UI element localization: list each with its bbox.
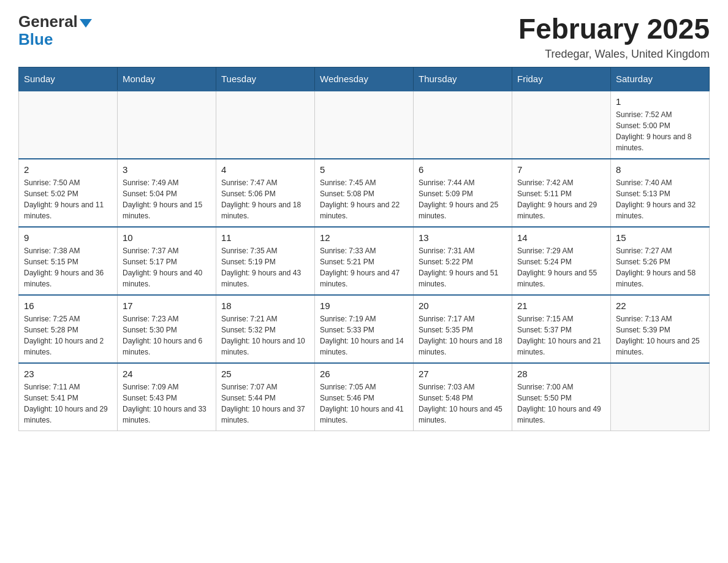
day-header-saturday: Saturday xyxy=(611,67,710,91)
calendar-week-row: 9Sunrise: 7:38 AMSunset: 5:15 PMDaylight… xyxy=(19,227,710,295)
calendar-cell: 6Sunrise: 7:44 AMSunset: 5:09 PMDaylight… xyxy=(414,159,512,227)
logo-arrow-icon xyxy=(80,19,92,28)
day-info: Sunrise: 7:38 AMSunset: 5:15 PMDaylight:… xyxy=(24,245,112,289)
day-info: Sunrise: 7:03 AMSunset: 5:48 PMDaylight:… xyxy=(419,381,507,426)
day-info: Sunrise: 7:25 AMSunset: 5:28 PMDaylight:… xyxy=(24,313,112,358)
day-header-tuesday: Tuesday xyxy=(216,67,315,91)
calendar-cell: 26Sunrise: 7:05 AMSunset: 5:46 PMDayligh… xyxy=(315,363,414,431)
calendar-cell: 27Sunrise: 7:03 AMSunset: 5:48 PMDayligh… xyxy=(414,363,512,431)
calendar-cell: 22Sunrise: 7:13 AMSunset: 5:39 PMDayligh… xyxy=(611,295,710,363)
day-number: 28 xyxy=(517,369,605,379)
day-number: 23 xyxy=(24,369,112,379)
calendar-table: SundayMondayTuesdayWednesdayThursdayFrid… xyxy=(18,67,710,431)
calendar-cell: 1Sunrise: 7:52 AMSunset: 5:00 PMDaylight… xyxy=(611,91,710,159)
day-number: 21 xyxy=(517,301,605,311)
calendar-week-row: 16Sunrise: 7:25 AMSunset: 5:28 PMDayligh… xyxy=(19,295,710,363)
day-number: 15 xyxy=(616,232,704,243)
day-info: Sunrise: 7:31 AMSunset: 5:22 PMDaylight:… xyxy=(419,245,507,289)
day-number: 24 xyxy=(123,369,211,379)
logo-general-text: General xyxy=(18,12,78,31)
calendar-cell: 19Sunrise: 7:19 AMSunset: 5:33 PMDayligh… xyxy=(315,295,414,363)
day-info: Sunrise: 7:00 AMSunset: 5:50 PMDaylight:… xyxy=(517,381,605,426)
calendar-cell xyxy=(315,91,414,159)
day-info: Sunrise: 7:05 AMSunset: 5:46 PMDaylight:… xyxy=(320,381,408,426)
calendar-cell: 11Sunrise: 7:35 AMSunset: 5:19 PMDayligh… xyxy=(216,227,315,295)
logo-blue-text: Blue xyxy=(18,30,53,49)
calendar-week-row: 23Sunrise: 7:11 AMSunset: 5:41 PMDayligh… xyxy=(19,363,710,431)
calendar-title: February 2025 xyxy=(518,12,710,45)
day-info: Sunrise: 7:47 AMSunset: 5:06 PMDaylight:… xyxy=(221,177,309,221)
calendar-cell xyxy=(216,91,315,159)
day-number: 9 xyxy=(24,232,112,243)
day-number: 2 xyxy=(24,164,112,175)
calendar-cell: 14Sunrise: 7:29 AMSunset: 5:24 PMDayligh… xyxy=(512,227,611,295)
day-info: Sunrise: 7:33 AMSunset: 5:21 PMDaylight:… xyxy=(320,245,408,289)
day-info: Sunrise: 7:45 AMSunset: 5:08 PMDaylight:… xyxy=(320,177,408,221)
calendar-cell: 13Sunrise: 7:31 AMSunset: 5:22 PMDayligh… xyxy=(414,227,512,295)
calendar-cell: 9Sunrise: 7:38 AMSunset: 5:15 PMDaylight… xyxy=(19,227,118,295)
calendar-cell: 16Sunrise: 7:25 AMSunset: 5:28 PMDayligh… xyxy=(19,295,118,363)
day-info: Sunrise: 7:35 AMSunset: 5:19 PMDaylight:… xyxy=(221,245,309,289)
day-number: 18 xyxy=(221,301,309,311)
calendar-cell xyxy=(118,91,216,159)
calendar-cell: 25Sunrise: 7:07 AMSunset: 5:44 PMDayligh… xyxy=(216,363,315,431)
calendar-cell xyxy=(414,91,512,159)
calendar-cell: 4Sunrise: 7:47 AMSunset: 5:06 PMDaylight… xyxy=(216,159,315,227)
title-block: February 2025 Tredegar, Wales, United Ki… xyxy=(518,12,710,61)
day-header-monday: Monday xyxy=(118,67,216,91)
day-info: Sunrise: 7:40 AMSunset: 5:13 PMDaylight:… xyxy=(616,177,704,221)
day-number: 12 xyxy=(320,232,408,243)
day-number: 17 xyxy=(123,301,211,311)
day-header-thursday: Thursday xyxy=(414,67,512,91)
calendar-cell: 3Sunrise: 7:49 AMSunset: 5:04 PMDaylight… xyxy=(118,159,216,227)
day-number: 3 xyxy=(123,164,211,175)
calendar-cell xyxy=(19,91,118,159)
calendar-cell: 18Sunrise: 7:21 AMSunset: 5:32 PMDayligh… xyxy=(216,295,315,363)
day-number: 14 xyxy=(517,232,605,243)
calendar-cell: 8Sunrise: 7:40 AMSunset: 5:13 PMDaylight… xyxy=(611,159,710,227)
calendar-cell: 15Sunrise: 7:27 AMSunset: 5:26 PMDayligh… xyxy=(611,227,710,295)
calendar-cell: 2Sunrise: 7:50 AMSunset: 5:02 PMDaylight… xyxy=(19,159,118,227)
calendar-cell: 21Sunrise: 7:15 AMSunset: 5:37 PMDayligh… xyxy=(512,295,611,363)
day-number: 7 xyxy=(517,164,605,175)
day-header-wednesday: Wednesday xyxy=(315,67,414,91)
day-number: 20 xyxy=(419,301,507,311)
day-info: Sunrise: 7:15 AMSunset: 5:37 PMDaylight:… xyxy=(517,313,605,358)
day-number: 13 xyxy=(419,232,507,243)
day-info: Sunrise: 7:09 AMSunset: 5:43 PMDaylight:… xyxy=(123,381,211,426)
calendar-cell: 23Sunrise: 7:11 AMSunset: 5:41 PMDayligh… xyxy=(19,363,118,431)
day-number: 22 xyxy=(616,301,704,311)
calendar-cell: 28Sunrise: 7:00 AMSunset: 5:50 PMDayligh… xyxy=(512,363,611,431)
day-info: Sunrise: 7:37 AMSunset: 5:17 PMDaylight:… xyxy=(123,245,211,289)
day-info: Sunrise: 7:49 AMSunset: 5:04 PMDaylight:… xyxy=(123,177,211,221)
day-info: Sunrise: 7:19 AMSunset: 5:33 PMDaylight:… xyxy=(320,313,408,358)
day-number: 4 xyxy=(221,164,309,175)
day-number: 11 xyxy=(221,232,309,243)
calendar-header-row: SundayMondayTuesdayWednesdayThursdayFrid… xyxy=(19,67,710,91)
calendar-cell: 10Sunrise: 7:37 AMSunset: 5:17 PMDayligh… xyxy=(118,227,216,295)
day-info: Sunrise: 7:17 AMSunset: 5:35 PMDaylight:… xyxy=(419,313,507,358)
day-header-sunday: Sunday xyxy=(19,67,118,91)
day-number: 5 xyxy=(320,164,408,175)
calendar-subtitle: Tredegar, Wales, United Kingdom xyxy=(518,48,710,61)
day-info: Sunrise: 7:52 AMSunset: 5:00 PMDaylight:… xyxy=(616,109,704,153)
calendar-cell: 24Sunrise: 7:09 AMSunset: 5:43 PMDayligh… xyxy=(118,363,216,431)
calendar-cell: 17Sunrise: 7:23 AMSunset: 5:30 PMDayligh… xyxy=(118,295,216,363)
day-info: Sunrise: 7:11 AMSunset: 5:41 PMDaylight:… xyxy=(24,381,112,426)
day-info: Sunrise: 7:21 AMSunset: 5:32 PMDaylight:… xyxy=(221,313,309,358)
calendar-week-row: 1Sunrise: 7:52 AMSunset: 5:00 PMDaylight… xyxy=(19,91,710,159)
calendar-cell: 20Sunrise: 7:17 AMSunset: 5:35 PMDayligh… xyxy=(414,295,512,363)
calendar-cell: 7Sunrise: 7:42 AMSunset: 5:11 PMDaylight… xyxy=(512,159,611,227)
day-info: Sunrise: 7:07 AMSunset: 5:44 PMDaylight:… xyxy=(221,381,309,426)
calendar-cell: 12Sunrise: 7:33 AMSunset: 5:21 PMDayligh… xyxy=(315,227,414,295)
day-info: Sunrise: 7:50 AMSunset: 5:02 PMDaylight:… xyxy=(24,177,112,221)
day-info: Sunrise: 7:42 AMSunset: 5:11 PMDaylight:… xyxy=(517,177,605,221)
day-number: 27 xyxy=(419,369,507,379)
day-info: Sunrise: 7:29 AMSunset: 5:24 PMDaylight:… xyxy=(517,245,605,289)
calendar-cell: 5Sunrise: 7:45 AMSunset: 5:08 PMDaylight… xyxy=(315,159,414,227)
day-number: 19 xyxy=(320,301,408,311)
day-number: 26 xyxy=(320,369,408,379)
day-header-friday: Friday xyxy=(512,67,611,91)
calendar-week-row: 2Sunrise: 7:50 AMSunset: 5:02 PMDaylight… xyxy=(19,159,710,227)
day-number: 25 xyxy=(221,369,309,379)
